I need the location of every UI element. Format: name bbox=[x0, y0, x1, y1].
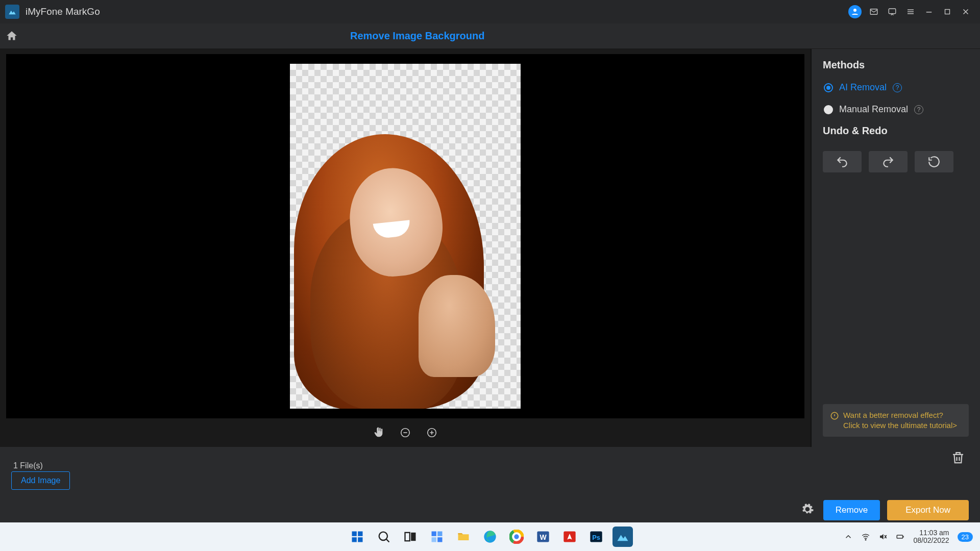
tray-chevron-icon[interactable] bbox=[844, 532, 853, 541]
volume-icon[interactable] bbox=[878, 532, 888, 541]
pan-hand-icon[interactable] bbox=[372, 425, 386, 440]
titlebar: iMyFone MarkGo bbox=[0, 0, 980, 23]
svg-rect-15 bbox=[437, 532, 442, 536]
taskbar-center: W Ps bbox=[347, 527, 633, 547]
redo-button[interactable] bbox=[869, 151, 908, 172]
file-explorer-icon[interactable] bbox=[453, 527, 474, 547]
svg-rect-10 bbox=[358, 537, 362, 542]
transparency-checker bbox=[290, 64, 521, 409]
start-icon[interactable] bbox=[347, 527, 368, 547]
edge-icon[interactable] bbox=[480, 527, 500, 547]
app-logo-icon bbox=[5, 5, 19, 19]
undo-button[interactable] bbox=[823, 151, 862, 172]
method-label: Manual Removal bbox=[839, 104, 908, 115]
svg-point-0 bbox=[853, 9, 856, 12]
side-panel: Methods AI Removal ? Manual Removal ? Un… bbox=[812, 49, 980, 447]
task-view-icon[interactable] bbox=[400, 527, 421, 547]
mail-icon[interactable] bbox=[865, 0, 883, 23]
action-bar: Remove Export Now bbox=[0, 495, 980, 525]
svg-rect-12 bbox=[405, 533, 410, 541]
method-label: AI Removal bbox=[839, 82, 887, 93]
chrome-icon[interactable] bbox=[506, 527, 527, 547]
clock[interactable]: 11:03 am 08/02/2022 bbox=[913, 529, 949, 545]
add-image-button[interactable]: Add Image bbox=[11, 471, 70, 490]
maximize-icon[interactable] bbox=[938, 0, 957, 23]
workspace: Methods AI Removal ? Manual Removal ? Un… bbox=[0, 49, 980, 447]
svg-point-11 bbox=[379, 532, 387, 540]
battery-icon[interactable] bbox=[896, 532, 905, 541]
canvas-tools bbox=[6, 418, 804, 447]
settings-icon[interactable] bbox=[801, 503, 814, 518]
subheader: Remove Image Background bbox=[0, 23, 980, 49]
svg-point-29 bbox=[866, 539, 867, 540]
methods-heading: Methods bbox=[823, 59, 969, 71]
trash-icon[interactable] bbox=[950, 450, 966, 467]
file-row: 1 File(s) Add Image bbox=[0, 447, 980, 495]
zoom-in-icon[interactable] bbox=[425, 425, 439, 440]
photoshop-icon[interactable]: Ps bbox=[586, 527, 606, 547]
windows-taskbar: W Ps 11:03 am 08/02/2022 23 bbox=[0, 522, 980, 551]
search-icon[interactable] bbox=[374, 527, 394, 547]
acrobat-icon[interactable] bbox=[559, 527, 580, 547]
close-icon[interactable] bbox=[957, 0, 975, 23]
markgo-icon[interactable] bbox=[612, 527, 633, 547]
clock-time: 11:03 am bbox=[913, 529, 949, 537]
widgets-icon[interactable] bbox=[427, 527, 447, 547]
remove-button[interactable]: Remove bbox=[823, 500, 880, 520]
svg-rect-7 bbox=[352, 532, 357, 536]
account-icon[interactable] bbox=[848, 5, 862, 18]
radio-icon bbox=[824, 83, 833, 92]
reset-button[interactable] bbox=[915, 151, 953, 172]
help-icon[interactable]: ? bbox=[893, 83, 902, 92]
clock-date: 08/02/2022 bbox=[913, 537, 949, 544]
svg-rect-16 bbox=[432, 537, 436, 542]
svg-rect-14 bbox=[432, 532, 436, 536]
menu-icon[interactable] bbox=[901, 0, 920, 23]
preview-canvas[interactable] bbox=[6, 54, 804, 418]
undo-redo-row bbox=[823, 151, 969, 172]
feedback-icon[interactable] bbox=[883, 0, 901, 23]
page-title: Remove Image Background bbox=[350, 30, 484, 42]
method-manual-removal[interactable]: Manual Removal ? bbox=[824, 104, 969, 115]
word-icon[interactable]: W bbox=[533, 527, 553, 547]
canvas-area bbox=[0, 49, 812, 447]
svg-rect-2 bbox=[889, 9, 896, 14]
svg-text:W: W bbox=[540, 533, 547, 541]
svg-rect-30 bbox=[897, 535, 903, 538]
svg-rect-31 bbox=[903, 536, 904, 538]
app-title: iMyFone MarkGo bbox=[26, 6, 100, 17]
export-button[interactable]: Export Now bbox=[887, 500, 969, 520]
system-tray: 11:03 am 08/02/2022 23 bbox=[844, 529, 973, 545]
minimize-icon[interactable] bbox=[920, 0, 938, 23]
file-count: 1 File(s) bbox=[13, 461, 43, 470]
undo-redo-heading: Undo & Redo bbox=[823, 125, 969, 137]
help-icon[interactable]: ? bbox=[914, 105, 923, 114]
svg-rect-3 bbox=[945, 10, 950, 14]
zoom-out-icon[interactable] bbox=[398, 425, 412, 440]
hint-text: Want a better removal effect? Click to v… bbox=[843, 410, 962, 431]
radio-icon bbox=[824, 105, 833, 114]
svg-point-23 bbox=[514, 534, 519, 539]
svg-rect-9 bbox=[352, 537, 357, 542]
notification-badge[interactable]: 23 bbox=[958, 532, 973, 542]
wifi-icon[interactable] bbox=[861, 532, 870, 541]
subject-image bbox=[290, 134, 521, 409]
svg-text:Ps: Ps bbox=[592, 534, 600, 541]
tutorial-hint[interactable]: Want a better removal effect? Click to v… bbox=[823, 404, 969, 437]
svg-rect-17 bbox=[437, 537, 442, 542]
svg-rect-13 bbox=[411, 533, 415, 541]
method-ai-removal[interactable]: AI Removal ? bbox=[824, 82, 969, 93]
svg-rect-8 bbox=[358, 532, 362, 536]
home-icon[interactable] bbox=[0, 30, 23, 43]
